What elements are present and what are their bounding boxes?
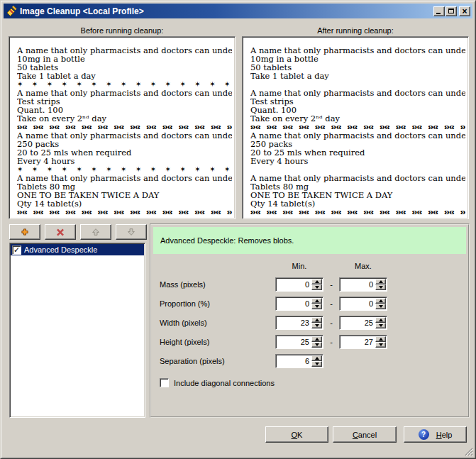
preview-text-line: ʚɞ ʚɞ ʚɞ ʚɞ ʚɞ ʚɞ ʚɞ ʚɞ ʚɞ ʚɞ ʚɞ ʚɞ ʚɞ ʚ… bbox=[17, 123, 232, 131]
preview-text-line bbox=[250, 165, 465, 174]
preview-text-line: ONE TO BE TAKEN TWICE A DAY bbox=[250, 191, 465, 199]
spin-up-button[interactable] bbox=[311, 279, 322, 284]
preview-text-line: 10mg in a bottle bbox=[250, 55, 465, 63]
spinner bbox=[311, 317, 322, 328]
broom-icon bbox=[6, 6, 17, 17]
spinner bbox=[311, 336, 322, 348]
spin-down-button[interactable] bbox=[375, 323, 386, 328]
filter-label: Advanced Despeckle bbox=[24, 245, 97, 254]
range-separator: - bbox=[323, 319, 339, 327]
title-bar[interactable]: Image Cleanup <Local Profile> × bbox=[4, 4, 472, 18]
spin-down-button[interactable] bbox=[311, 304, 322, 309]
spin-up-button[interactable] bbox=[375, 298, 386, 304]
add-filter-button[interactable] bbox=[9, 224, 40, 240]
filter-listbox: ✓ Advanced Despeckle bbox=[9, 243, 145, 418]
max-value[interactable]: 0 bbox=[369, 280, 373, 289]
filter-list-item[interactable]: ✓ Advanced Despeckle bbox=[11, 244, 144, 255]
resize-grip[interactable] bbox=[463, 446, 472, 455]
maximize-button[interactable] bbox=[445, 6, 457, 16]
spin-up-button[interactable] bbox=[375, 279, 386, 284]
preview-text-line: A name that only pharmacists and doctors… bbox=[17, 174, 232, 182]
preview-text-line: A name that only pharmacists and doctors… bbox=[250, 89, 465, 97]
parameter-label: Width (pixels) bbox=[160, 319, 275, 327]
spin-down-button[interactable] bbox=[311, 361, 322, 367]
red-x-icon bbox=[55, 228, 65, 237]
before-panel-label: Before running cleanup: bbox=[9, 26, 236, 35]
maximize-icon bbox=[448, 9, 454, 13]
spin-up-icon bbox=[379, 319, 383, 321]
spin-up-icon bbox=[315, 299, 319, 302]
min-spinbox[interactable]: 6 bbox=[275, 354, 323, 368]
spinner bbox=[311, 355, 322, 367]
spinner bbox=[311, 279, 322, 290]
parameter-row: Proportion (%) 0 - 0 bbox=[151, 294, 468, 313]
close-button[interactable]: × bbox=[459, 6, 470, 16]
range-separator: - bbox=[323, 338, 339, 346]
spinner bbox=[375, 336, 386, 348]
max-value[interactable]: 27 bbox=[365, 338, 373, 346]
spin-up-icon bbox=[315, 357, 319, 360]
after-preview-panel: A name that only pharmacists and doctors… bbox=[242, 36, 469, 219]
range-separator: - bbox=[323, 280, 339, 289]
min-value[interactable]: 6 bbox=[305, 357, 309, 365]
preview-text-line: ✶ ✶ ✶ ✶ ✶ ✶ ✶ ✶ ✶ ✶ ✶ ✶ ✶ ✶ ✶ ✶ bbox=[17, 80, 232, 89]
spin-down-button[interactable] bbox=[311, 342, 322, 348]
ok-button[interactable]: OK bbox=[265, 426, 328, 443]
preview-text-line bbox=[250, 80, 465, 89]
minimize-button[interactable] bbox=[433, 6, 445, 16]
preview-text-line: Take 1 tablet a day bbox=[17, 72, 232, 80]
spin-down-button[interactable] bbox=[375, 342, 386, 348]
spin-up-button[interactable] bbox=[311, 298, 322, 304]
close-icon: × bbox=[462, 8, 467, 15]
min-spinbox[interactable]: 0 bbox=[275, 297, 323, 311]
min-value[interactable]: 23 bbox=[301, 319, 309, 327]
spin-up-button[interactable] bbox=[311, 336, 322, 342]
max-spinbox[interactable]: 27 bbox=[339, 335, 387, 349]
spin-down-icon bbox=[315, 305, 319, 308]
spin-down-button[interactable] bbox=[375, 304, 386, 309]
spin-down-button[interactable] bbox=[311, 323, 322, 328]
spin-down-button[interactable] bbox=[311, 284, 322, 290]
parameter-rows: Mass (pixels) 0 - 0 bbox=[151, 275, 468, 370]
preview-text-line: 20 to 25 mls when required bbox=[250, 148, 465, 157]
spin-up-button[interactable] bbox=[375, 336, 386, 342]
preview-text-line: 20 to 25 mls when required bbox=[17, 148, 232, 157]
parameter-label: Height (pixels) bbox=[160, 338, 275, 346]
spin-up-button[interactable] bbox=[311, 317, 322, 323]
spin-down-icon bbox=[315, 286, 319, 289]
parameter-label: Separation (pixels) bbox=[160, 357, 275, 365]
max-value[interactable]: 25 bbox=[365, 319, 373, 327]
max-spinbox[interactable]: 25 bbox=[339, 316, 387, 330]
min-spinbox[interactable]: 23 bbox=[275, 316, 323, 330]
spin-down-icon bbox=[315, 324, 319, 327]
help-button[interactable]: ? Help bbox=[404, 426, 467, 443]
max-value[interactable]: 0 bbox=[369, 299, 373, 308]
cancel-button[interactable]: Cancel bbox=[333, 426, 397, 443]
min-spinbox[interactable]: 25 bbox=[275, 335, 323, 349]
preview-text-line: A name that only pharmacists and doctors… bbox=[17, 46, 232, 55]
spinner bbox=[311, 298, 322, 309]
delete-filter-button[interactable] bbox=[45, 224, 76, 240]
spin-down-button[interactable] bbox=[375, 284, 386, 290]
spin-down-icon bbox=[379, 305, 383, 308]
min-spinbox[interactable]: 0 bbox=[275, 277, 323, 292]
preview-text-line: ʚɞ ʚɞ ʚɞ ʚɞ ʚɞ ʚɞ ʚɞ ʚɞ ʚɞ ʚɞ ʚɞ ʚɞ ʚɞ ʚ… bbox=[250, 208, 465, 216]
move-down-button[interactable] bbox=[116, 224, 147, 240]
filter-description-bar: Advanced Despeckle: Removes blobs. bbox=[153, 227, 466, 254]
include-diagonal-checkbox[interactable] bbox=[160, 378, 169, 387]
min-value[interactable]: 0 bbox=[305, 299, 309, 308]
spin-up-button[interactable] bbox=[375, 317, 386, 323]
filter-checkbox[interactable]: ✓ bbox=[12, 245, 21, 255]
preview-text-line: 250 packs bbox=[17, 140, 232, 148]
move-up-button[interactable] bbox=[80, 224, 111, 240]
plus-icon bbox=[21, 228, 29, 236]
filter-description: Advanced Despeckle: Removes blobs. bbox=[160, 236, 294, 245]
preview-text-line: Take on every 2ⁿᵈ day bbox=[250, 114, 465, 123]
max-spinbox[interactable]: 0 bbox=[339, 297, 387, 311]
spin-down-icon bbox=[379, 343, 383, 346]
preview-text-line: Take 1 tablet a day bbox=[250, 72, 465, 80]
max-spinbox[interactable]: 0 bbox=[339, 277, 387, 292]
spin-up-button[interactable] bbox=[311, 355, 322, 361]
min-value[interactable]: 25 bbox=[301, 338, 309, 346]
min-value[interactable]: 0 bbox=[305, 280, 309, 289]
